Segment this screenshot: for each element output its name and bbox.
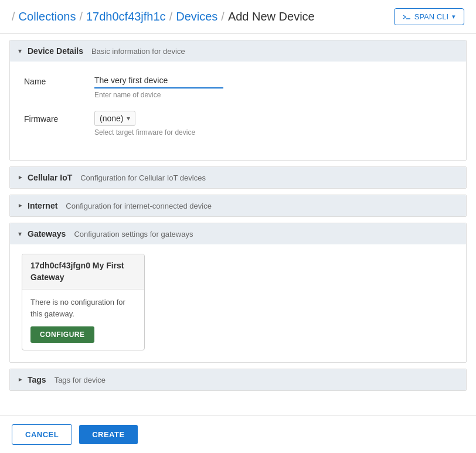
tags-chevron-icon: ▾ (16, 378, 24, 382)
main-content: ▾ Device Details Basic information for d… (0, 34, 476, 415)
device-details-header[interactable]: ▾ Device Details Basic information for d… (10, 40, 466, 62)
cellular-iot-title: Cellular IoT (28, 173, 72, 182)
firmware-chevron-icon: ▾ (127, 114, 130, 122)
cellular-iot-subtitle: Configuration for Cellular IoT devices (80, 173, 206, 182)
gateways-body: 17dh0cf43jfgn0 My First Gateway There is… (10, 244, 466, 362)
internet-chevron-icon: ▾ (16, 204, 24, 207)
firmware-select[interactable]: (none) ▾ (94, 111, 135, 126)
breadcrumb-collection-id[interactable]: 17dh0cf43jfh1c (86, 10, 166, 23)
internet-subtitle: Configuration for internet-connected dev… (66, 202, 212, 210)
tags-title: Tags (28, 375, 46, 384)
page-title: Add New Device (228, 10, 315, 23)
firmware-value: (none) (100, 114, 123, 123)
span-cli-chevron-icon: ▾ (452, 13, 455, 21)
name-input[interactable] (94, 73, 223, 88)
configure-button[interactable]: CONFIGURE (30, 326, 94, 343)
name-label: Name (24, 73, 94, 86)
page-container: / Collections / 17dh0cf43jfh1c / Devices… (0, 0, 476, 453)
internet-section: ▾ Internet Configuration for internet-co… (9, 195, 467, 217)
gateway-card-body: There is no configuration for this gatew… (22, 289, 144, 350)
header: / Collections / 17dh0cf43jfh1c / Devices… (0, 0, 476, 34)
breadcrumb: / Collections / 17dh0cf43jfh1c / Devices… (12, 10, 315, 23)
breadcrumb-slash-2: / (169, 10, 173, 23)
breadcrumb-devices[interactable]: Devices (176, 10, 217, 23)
footer: CANCEL CREATE (0, 415, 476, 453)
gateway-no-config-message: There is no configuration for this gatew… (30, 298, 125, 318)
device-details-body: Name Enter name of device Firmware (none… (10, 62, 466, 160)
gateway-card: 17dh0cf43jfgn0 My First Gateway There is… (22, 254, 145, 350)
internet-title: Internet (28, 201, 57, 210)
create-button[interactable]: CREATE (79, 425, 137, 444)
cancel-button[interactable]: CANCEL (12, 424, 72, 445)
tags-header[interactable]: ▾ Tags Tags for device (10, 369, 466, 390)
span-cli-label: SPAN CLI (414, 12, 448, 21)
device-details-section: ▾ Device Details Basic information for d… (9, 40, 467, 161)
tags-subtitle: Tags for device (55, 376, 106, 384)
terminal-icon (403, 14, 411, 20)
device-details-title: Device Details (28, 46, 83, 56)
gateway-card-title: 17dh0cf43jfgn0 My First Gateway (22, 254, 144, 289)
firmware-form-row: Firmware (none) ▾ Select target firmware… (24, 111, 452, 137)
breadcrumb-collections[interactable]: Collections (19, 10, 76, 23)
device-details-subtitle: Basic information for device (91, 47, 185, 56)
firmware-hint: Select target firmware for device (94, 128, 452, 137)
breadcrumb-slash-0: / (12, 10, 15, 23)
name-field-group: Enter name of device (94, 73, 452, 99)
breadcrumb-slash-1: / (79, 10, 83, 23)
tags-section: ▾ Tags Tags for device (9, 369, 467, 391)
firmware-label: Firmware (24, 111, 94, 124)
cellular-iot-header[interactable]: ▾ Cellular IoT Configuration for Cellula… (10, 167, 466, 188)
name-form-row: Name Enter name of device (24, 73, 452, 99)
cellular-iot-section: ▾ Cellular IoT Configuration for Cellula… (9, 166, 467, 189)
gateways-chevron-icon: ▾ (18, 230, 22, 238)
name-hint: Enter name of device (94, 91, 452, 99)
internet-header[interactable]: ▾ Internet Configuration for internet-co… (10, 195, 466, 216)
firmware-field-group: (none) ▾ Select target firmware for devi… (94, 111, 452, 137)
gateways-subtitle: Configuration settings for gateways (74, 230, 193, 239)
gateways-title: Gateways (28, 229, 66, 239)
breadcrumb-slash-3: / (221, 10, 225, 23)
span-cli-button[interactable]: SPAN CLI ▾ (394, 8, 464, 25)
gateways-section: ▾ Gateways Configuration settings for ga… (9, 223, 467, 363)
device-details-chevron-icon: ▾ (18, 47, 22, 55)
cellular-iot-chevron-icon: ▾ (16, 176, 24, 179)
gateways-header[interactable]: ▾ Gateways Configuration settings for ga… (10, 223, 466, 244)
